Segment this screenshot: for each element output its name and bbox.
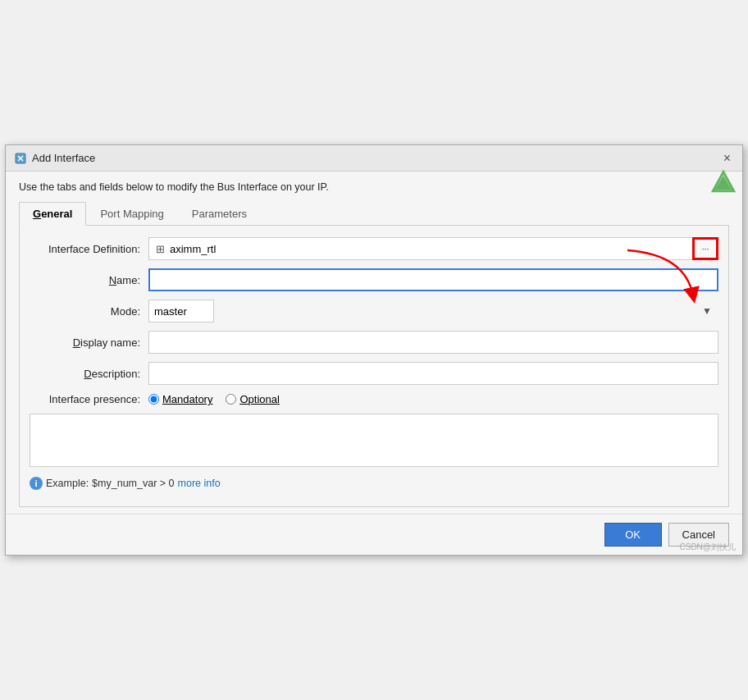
expression-textarea-container [30,414,718,467]
tab-port-mapping[interactable]: Port Mapping [86,202,177,226]
mandatory-radio[interactable] [148,394,159,405]
presence-mandatory-option[interactable]: Mandatory [148,393,212,405]
name-label: Name: [30,274,148,286]
add-interface-dialog: Add Interface × Use the tabs and fields … [5,144,743,556]
browse-button[interactable]: ··· [692,237,718,260]
name-row: Name: [30,268,718,291]
interface-presence-row: Interface presence: Mandatory Optional [30,393,718,405]
interface-definition-label: Interface Definition: [30,243,148,255]
vivado-logo [708,168,739,199]
dialog-body: Use the tabs and fields below to modify … [6,172,742,514]
interface-presence-label: Interface presence: [30,393,148,405]
title-bar-left: Add Interface [14,152,95,165]
watermark: CSDN@刘扶儿 [680,542,737,553]
dialog-footer: OK Cancel [6,514,742,555]
interface-definition-field: ⊞ aximm_rtl ··· [148,237,718,260]
tab-general-content: Interface Definition: ⊞ aximm_rtl ··· Na… [19,226,729,507]
tab-general[interactable]: General [19,202,86,226]
dialog-title: Add Interface [32,152,95,164]
svg-marker-5 [714,173,733,190]
dialog-icon [14,152,27,165]
logo-area [708,168,739,202]
description-label: Description: [30,368,148,380]
description-row: Description: [30,362,718,385]
name-input[interactable] [148,268,718,291]
example-prefix: Example: [46,478,89,489]
example-row: i Example: $my_num_var > 0 more info [30,474,718,493]
presence-optional-option[interactable]: Optional [226,393,279,405]
tab-parameters[interactable]: Parameters [178,202,261,226]
info-text: Use the tabs and fields below to modify … [19,181,729,193]
optional-label: Optional [239,393,279,405]
display-name-row: Display name: [30,331,718,354]
mode-label: Mode: [30,305,148,318]
select-dropdown-icon: ▼ [702,305,712,317]
optional-radio[interactable] [226,394,236,405]
tabs-bar: General Port Mapping Parameters [19,201,729,226]
info-icon: i [30,477,43,490]
mandatory-label: Mandatory [162,393,212,405]
mode-select[interactable]: master slave monitor [148,300,214,323]
title-bar: Add Interface × [6,145,742,172]
description-input[interactable] [148,362,718,385]
mode-row: Mode: master slave monitor ▼ [30,300,718,323]
presence-radio-group: Mandatory Optional [148,393,280,405]
display-name-input[interactable] [148,331,718,354]
expression-textarea[interactable] [30,414,718,464]
display-name-label: Display name: [30,336,148,349]
close-button[interactable]: × [720,152,734,165]
interface-definition-row: Interface Definition: ⊞ aximm_rtl ··· [30,237,718,260]
ok-button[interactable]: OK [604,523,662,547]
interface-type-icon: ⊞ [156,243,165,255]
mode-select-wrapper: master slave monitor ▼ [148,300,718,323]
more-info-link[interactable]: more info [178,478,221,489]
interface-definition-text: aximm_rtl [170,243,216,255]
interface-definition-value: ⊞ aximm_rtl [148,237,693,260]
example-expression: $my_num_var > 0 [92,478,174,489]
